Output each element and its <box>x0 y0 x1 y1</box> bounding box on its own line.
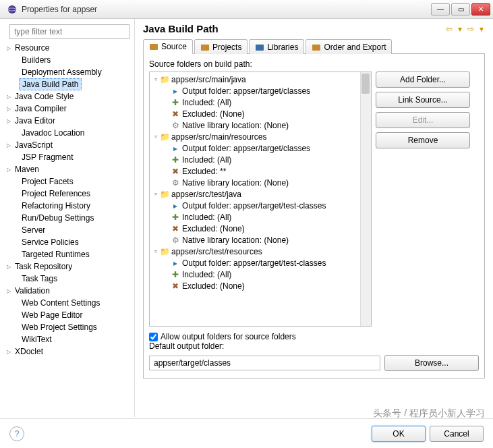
allow-output-checkbox[interactable] <box>149 333 158 341</box>
svg-point-0 <box>8 5 16 13</box>
sidebar-item[interactable]: Targeted Runtimes <box>3 248 132 260</box>
sidebar-item[interactable]: Project References <box>3 188 132 200</box>
twisty-icon[interactable]: ▿ <box>152 134 159 140</box>
ok-button[interactable]: OK <box>372 426 426 442</box>
exc-icon: ✖ <box>170 109 181 119</box>
browse-button[interactable]: Browse... <box>384 355 479 371</box>
scrollbar-thumb[interactable] <box>361 74 370 94</box>
twisty-icon[interactable]: ▷ <box>5 288 12 294</box>
titlebar: Properties for appser — ▭ ✕ <box>0 0 493 19</box>
forward-icon[interactable]: ⇨ <box>466 24 475 34</box>
sidebar-item[interactable]: Javadoc Location <box>3 127 132 139</box>
svg-rect-4 <box>256 45 264 51</box>
sidebar-item[interactable]: Web Content Settings <box>3 297 132 309</box>
sidebar-item[interactable]: ▷Resource <box>3 42 132 54</box>
sidebar-item-label: Javadoc Location <box>19 128 87 138</box>
back-menu-icon[interactable]: ▾ <box>457 24 463 34</box>
source-detail-row[interactable]: ⚙Native library location: (None) <box>151 177 370 188</box>
tab[interactable]: Projects <box>194 39 248 54</box>
source-folder-row[interactable]: ▿📁appser/src/main/java <box>151 74 370 85</box>
sidebar-item[interactable]: WikiText <box>3 333 132 345</box>
sidebar-item[interactable]: Deployment Assembly <box>3 66 132 78</box>
sidebar-item[interactable]: Task Tags <box>3 273 132 285</box>
tree-item-label: Output folder: appser/target/classes <box>182 144 310 153</box>
twisty-icon[interactable]: ▷ <box>5 94 12 100</box>
default-output-input[interactable] <box>149 356 380 370</box>
sidebar-item[interactable]: ▷Validation <box>3 285 132 297</box>
tree-item-label: Included: (All) <box>182 270 231 279</box>
scrollbar[interactable] <box>360 72 371 326</box>
source-detail-row[interactable]: ⚙Native library location: (None) <box>151 119 370 131</box>
remove-button[interactable]: Remove <box>376 132 470 148</box>
link-source-button[interactable]: Link Source... <box>376 92 470 108</box>
tabs: SourceProjectsLibrariesOrder and Export <box>143 38 485 54</box>
source-detail-row[interactable]: ✖Excluded: (None) <box>151 108 370 119</box>
twisty-icon[interactable]: ▷ <box>5 118 12 124</box>
twisty-icon[interactable]: ▷ <box>5 349 12 355</box>
source-detail-row[interactable]: ⚙Native library location: (None) <box>151 234 370 246</box>
tree-item-label: Native library location: (None) <box>182 235 289 245</box>
sidebar-item[interactable]: ▷JavaScript <box>3 139 132 151</box>
nav-tree: ▷ResourceBuildersDeployment AssemblyJava… <box>3 42 132 358</box>
sidebar-item[interactable]: ▷Java Editor <box>3 115 132 127</box>
forward-menu-icon[interactable]: ▾ <box>478 24 485 34</box>
sidebar-item[interactable]: ▷Java Compiler <box>3 103 132 115</box>
cancel-button[interactable]: Cancel <box>430 426 484 442</box>
sidebar-item[interactable]: Java Build Path <box>3 78 132 90</box>
maximize-button[interactable]: ▭ <box>451 3 470 16</box>
twisty-icon[interactable]: ▷ <box>5 167 12 173</box>
tab[interactable]: Libraries <box>249 39 304 54</box>
sidebar-item-label: JSP Fragment <box>19 152 76 163</box>
source-tree[interactable]: ▿📁appser/src/main/java▸Output folder: ap… <box>149 72 372 327</box>
source-detail-row[interactable]: ✚Included: (All) <box>151 96 370 108</box>
tab-label: Libraries <box>267 43 298 52</box>
twisty-icon[interactable]: ▷ <box>5 45 12 51</box>
filter-input[interactable] <box>9 24 129 39</box>
page-title: Java Build Path <box>143 23 444 34</box>
sidebar-item-label: Run/Debug Settings <box>19 213 96 223</box>
twisty-icon[interactable]: ▷ <box>5 106 12 112</box>
tab[interactable]: Source <box>143 39 193 54</box>
source-detail-row[interactable]: ✖Excluded: ** <box>151 165 370 177</box>
source-folder-row[interactable]: ▿📁appser/src/test/resources <box>151 246 370 257</box>
source-detail-row[interactable]: ✚Included: (All) <box>151 269 370 280</box>
edit-button: Edit... <box>376 112 470 128</box>
twisty-icon[interactable]: ▿ <box>152 191 159 197</box>
sidebar-item[interactable]: Refactoring History <box>3 200 132 212</box>
source-detail-row[interactable]: ▸Output folder: appser/target/classes <box>151 142 370 154</box>
sidebar-item[interactable]: ▷XDoclet <box>3 345 132 358</box>
twisty-icon[interactable]: ▷ <box>5 142 12 148</box>
source-detail-row[interactable]: ✚Included: (All) <box>151 154 370 165</box>
source-detail-row[interactable]: ▸Output folder: appser/target/test-class… <box>151 257 370 269</box>
source-detail-row[interactable]: ▸Output folder: appser/target/classes <box>151 85 370 96</box>
sidebar-item-label: Validation <box>12 285 53 296</box>
sidebar-item[interactable]: Run/Debug Settings <box>3 212 132 224</box>
sidebar-item[interactable]: ▷Task Repository <box>3 260 132 273</box>
source-folder-row[interactable]: ▿📁appser/src/test/java <box>151 188 370 200</box>
sidebar-item[interactable]: ▷Java Code Style <box>3 90 132 103</box>
twisty-icon[interactable]: ▿ <box>152 248 159 254</box>
sidebar-item[interactable]: Builders <box>3 54 132 66</box>
minimize-button[interactable]: — <box>431 3 450 16</box>
back-icon[interactable]: ⇦ <box>444 24 454 34</box>
sidebar-item[interactable]: Web Project Settings <box>3 321 132 333</box>
twisty-icon[interactable]: ▷ <box>5 264 12 270</box>
close-button[interactable]: ✕ <box>471 3 490 16</box>
add-folder-button[interactable]: Add Folder... <box>376 72 470 88</box>
source-detail-row[interactable]: ✚Included: (All) <box>151 211 370 223</box>
sidebar-item[interactable]: JSP Fragment <box>3 151 132 163</box>
tree-item-label: Excluded: (None) <box>182 109 245 119</box>
sidebar-item[interactable]: Server <box>3 224 132 236</box>
source-detail-row[interactable]: ✖Excluded: (None) <box>151 280 370 291</box>
sidebar-item[interactable]: Project Facets <box>3 175 132 188</box>
tab-label: Order and Export <box>324 43 386 52</box>
twisty-icon[interactable]: ▿ <box>152 76 159 82</box>
tab[interactable]: Order and Export <box>306 39 392 54</box>
sidebar-item[interactable]: Service Policies <box>3 236 132 248</box>
sidebar-item[interactable]: Web Page Editor <box>3 309 132 321</box>
source-folder-row[interactable]: ▿📁appser/src/main/resources <box>151 131 370 142</box>
help-icon[interactable]: ? <box>9 426 24 441</box>
source-detail-row[interactable]: ▸Output folder: appser/target/test-class… <box>151 200 370 211</box>
sidebar-item[interactable]: ▷Maven <box>3 163 132 175</box>
source-detail-row[interactable]: ✖Excluded: (None) <box>151 223 370 234</box>
